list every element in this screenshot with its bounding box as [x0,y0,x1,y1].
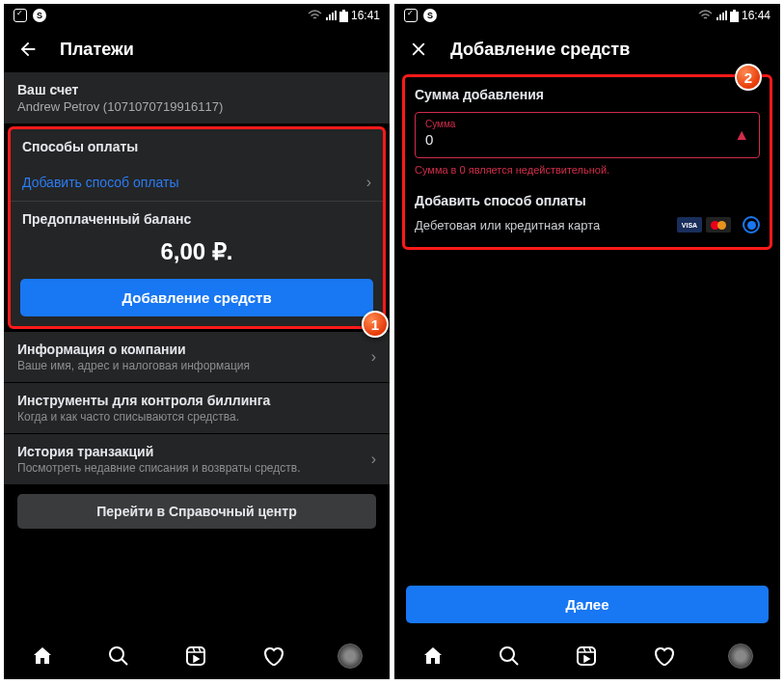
add-funds-button[interactable]: Добавление средств [20,279,373,316]
amount-label: Сумма добавления [415,87,760,102]
reels-icon[interactable] [184,644,207,668]
page-title: Добавление средств [450,40,630,60]
error-text: Сумма в 0 является недействительной. [415,164,760,176]
profile-avatar-icon[interactable] [728,644,753,669]
highlight-box-2: 2 Сумма добавления Сумма 0 ▲ Сумма в 0 я… [402,74,772,250]
svg-rect-5 [730,12,739,22]
header: Добавление средств [394,27,780,71]
signal-icon [716,10,727,21]
company-info-item[interactable]: Информация о компании Ваше имя, адрес и … [4,332,390,382]
input-value: 0 [425,131,749,148]
home-icon[interactable] [31,644,54,668]
notif-icon-1 [14,9,27,22]
amount-input[interactable]: Сумма 0 ▲ [415,112,760,158]
account-block: Ваш счет Andrew Petrov (1071070719916117… [4,72,390,123]
profile-avatar-icon[interactable] [338,644,363,669]
notif-icon-1 [404,9,418,22]
transaction-history-item[interactable]: История транзакций Посмотреть недавние с… [4,434,390,484]
status-bar: S 16:44 [394,4,780,27]
svg-rect-4 [187,647,204,665]
svg-rect-6 [733,10,736,12]
search-icon[interactable] [498,644,521,668]
add-payment-method-link[interactable]: Добавить способ оплаты › [11,164,383,201]
input-placeholder: Сумма [425,119,749,129]
clock: 16:41 [351,9,380,22]
add-payment-method-title: Добавить способ оплаты [415,193,760,208]
mastercard-badge [706,217,731,233]
bottom-nav [394,633,780,679]
page-title: Платежи [60,40,134,60]
billing-tools-item[interactable]: Инструменты для контроля биллинга Когда … [4,383,390,433]
radio-selected[interactable] [743,216,760,233]
payment-methods-title: Способы оплаты [22,139,371,154]
balance-amount: 6,00 ₽. [11,231,383,279]
svg-rect-1 [342,10,345,12]
heart-icon[interactable] [652,644,675,668]
phone-right: S 16:44 Добавление средств 2 Сумма добав… [394,4,780,679]
chevron-right-icon: › [366,174,371,191]
close-icon[interactable] [408,39,429,60]
help-center-button[interactable]: Перейти в Справочный центр [17,494,376,529]
account-label: Ваш счет [17,82,376,97]
clock: 16:44 [742,9,770,22]
svg-point-2 [110,647,123,661]
warning-icon: ▲ [734,126,749,144]
highlight-box-1: Способы оплаты Добавить способ оплаты › … [8,126,386,329]
home-icon[interactable] [421,644,445,668]
bottom-nav [4,633,390,679]
visa-badge: VISA [677,217,702,233]
search-icon[interactable] [107,644,130,668]
annotation-badge-1: 1 [362,311,389,338]
back-arrow-icon[interactable] [17,39,39,60]
heart-icon[interactable] [261,644,284,668]
reels-icon[interactable] [575,644,598,668]
account-value: Andrew Petrov (1071070719916117) [17,99,376,114]
svg-point-7 [500,647,514,661]
annotation-badge-2: 2 [735,64,762,91]
header: Платежи [4,27,390,71]
battery-icon [730,10,739,22]
chevron-right-icon: › [371,451,376,468]
chevron-right-icon: › [371,348,376,366]
wifi-icon [308,10,322,21]
battery-icon [339,10,348,22]
svg-line-8 [512,659,518,665]
card-payment-option[interactable]: Дебетовая или кредитная карта VISA [415,216,760,233]
wifi-icon [698,10,713,21]
svg-rect-0 [339,12,348,22]
prepaid-label: Предоплаченный баланс [11,202,383,231]
svg-line-3 [122,659,127,665]
status-bar: S 16:41 [4,4,390,27]
shazam-icon: S [423,9,437,22]
signal-icon [325,10,337,21]
next-button[interactable]: Далее [406,586,769,623]
phone-left: S 16:41 Платежи Ваш счет Andrew Petrov (… [4,4,390,679]
shazam-icon: S [33,9,46,22]
svg-rect-9 [578,647,595,665]
